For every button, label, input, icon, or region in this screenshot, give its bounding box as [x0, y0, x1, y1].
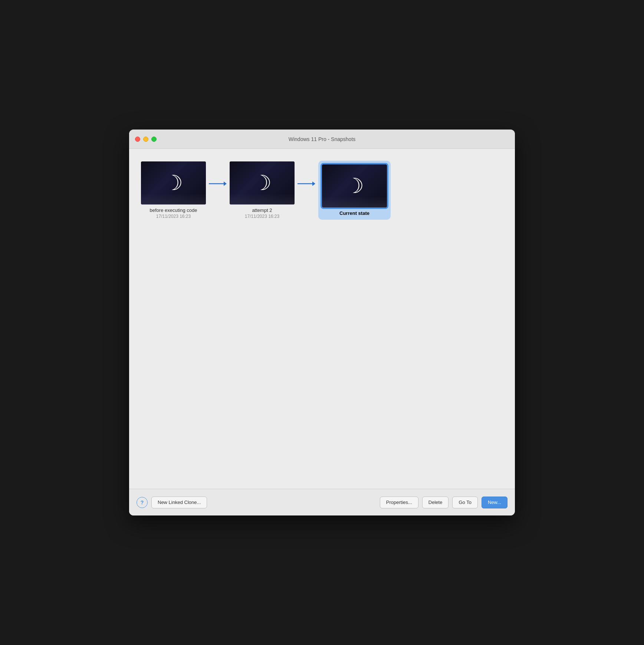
go-to-button[interactable]: Go To	[452, 497, 477, 508]
snapshot-item-3[interactable]: ☽ Current state	[318, 161, 391, 220]
thumbnail-inner-1: ☽	[141, 161, 206, 204]
snapshot-label-2: attempt 2 17/11/2023 16:23	[245, 207, 279, 219]
moon-icon-3: ☽	[345, 176, 364, 196]
snapshot-name-3: Current state	[339, 210, 369, 216]
thumbnail-inner-3: ☽	[322, 164, 387, 207]
snapshot-name-2: attempt 2	[245, 207, 279, 213]
snapshot-thumbnail-1[interactable]: ☽	[141, 161, 206, 204]
svg-marker-1	[224, 181, 227, 186]
svg-marker-3	[312, 181, 315, 186]
new-linked-clone-button[interactable]: New Linked Clone...	[151, 497, 207, 508]
snapshot-date-1: 17/11/2023 16:23	[150, 214, 197, 219]
minimize-button[interactable]	[143, 137, 148, 142]
snapshots-row: ☽ before executing code 17/11/2023 16:23	[141, 161, 506, 220]
delete-button[interactable]: Delete	[422, 497, 449, 508]
arrow-2	[298, 179, 315, 188]
new-button[interactable]: New...	[482, 497, 507, 508]
help-button[interactable]: ?	[137, 497, 148, 508]
close-button[interactable]	[135, 137, 140, 142]
footer: ? New Linked Clone... Properties... Dele…	[129, 489, 515, 515]
thumbnail-inner-2: ☽	[230, 161, 295, 204]
snapshot-item-2[interactable]: ☽ attempt 2 17/11/2023 16:23	[230, 161, 295, 219]
arrow-1	[209, 179, 227, 188]
maximize-button[interactable]	[151, 137, 157, 142]
snapshot-item-1[interactable]: ☽ before executing code 17/11/2023 16:23	[141, 161, 206, 219]
moon-icon-2: ☽	[253, 173, 272, 193]
traffic-lights	[135, 137, 157, 142]
snapshot-label-1: before executing code 17/11/2023 16:23	[150, 207, 197, 219]
arrow-icon-1	[209, 179, 227, 188]
properties-button[interactable]: Properties...	[380, 497, 418, 508]
snapshots-window: Windows 11 Pro - Snapshots ☽ before exec…	[129, 130, 515, 515]
selected-wrapper[interactable]: ☽ Current state	[318, 161, 391, 220]
content-area: ☽ before executing code 17/11/2023 16:23	[129, 149, 515, 489]
snapshot-label-3: Current state	[339, 210, 369, 216]
snapshot-name-1: before executing code	[150, 207, 197, 213]
snapshot-thumbnail-2[interactable]: ☽	[230, 161, 295, 204]
titlebar: Windows 11 Pro - Snapshots	[129, 130, 515, 149]
arrow-icon-2	[298, 179, 315, 188]
moon-icon-1: ☽	[164, 173, 183, 193]
snapshot-date-2: 17/11/2023 16:23	[245, 214, 279, 219]
snapshot-thumbnail-3[interactable]: ☽	[322, 164, 387, 207]
window-title: Windows 11 Pro - Snapshots	[289, 136, 356, 142]
